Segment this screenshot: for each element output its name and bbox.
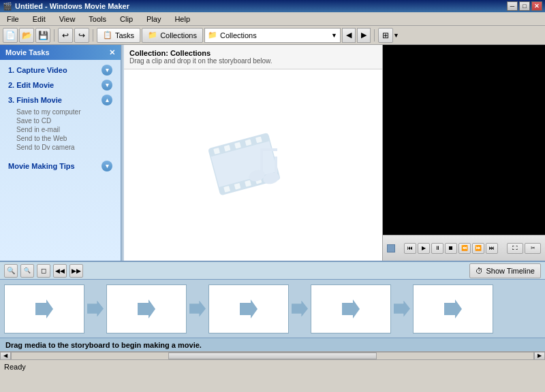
movie-tasks-panel: Movie Tasks ✕ 1. Capture Video ▾ 2. Edit…: [0, 45, 121, 261]
view-options-button[interactable]: ⊞: [378, 28, 393, 43]
svg-marker-21: [342, 299, 360, 318]
collection-subtitle: Drag a clip and drop it on the storyboar…: [129, 57, 377, 65]
scroll-left-button[interactable]: ◀: [0, 352, 11, 360]
redo-button[interactable]: ↪: [74, 28, 89, 43]
storyboard-cell-1[interactable]: [4, 284, 84, 333]
close-tasks-button[interactable]: ✕: [109, 48, 115, 57]
preview-stop-button[interactable]: ⏹: [445, 243, 457, 254]
save-button[interactable]: 💾: [35, 28, 50, 43]
view-dropdown-arrow-icon: ▼: [393, 32, 399, 39]
minimize-button[interactable]: ─: [507, 1, 518, 11]
menu-clip[interactable]: Clip: [116, 14, 137, 24]
collections-dropdown[interactable]: 📁 Collections ▼: [204, 28, 341, 43]
menu-edit[interactable]: Edit: [29, 14, 50, 24]
preview-controls-bar: ⏮ ▶ ⏸ ⏹ ⏪ ⏩ ⏭ ⛶ ✂: [383, 235, 545, 261]
nav-back-button[interactable]: ◀: [342, 28, 356, 43]
movie-making-tips-label: Movie Making Tips: [8, 162, 75, 170]
svg-marker-18: [35, 299, 53, 318]
storyboard-hint: Drag media to the storyboard to begin ma…: [0, 338, 545, 351]
storyboard-cell-3[interactable]: [208, 284, 289, 333]
svg-marker-20: [240, 299, 258, 318]
next-frame-button[interactable]: ▶▶: [69, 264, 83, 278]
save-to-computer-item[interactable]: Save to my computer: [14, 108, 115, 116]
cell-arrow-icon: [34, 299, 54, 319]
finish-movie-subitems: Save to my computer Save to CD Send in e…: [5, 108, 115, 152]
collection-header: Collection: Collections Drag a clip and …: [124, 45, 382, 69]
storyboard-cell-4[interactable]: [311, 284, 391, 333]
finish-movie-task[interactable]: 3. Finish Movie ▴: [5, 93, 115, 108]
undo-button[interactable]: ↩: [58, 28, 73, 43]
preview-rewind-button[interactable]: ⏪: [458, 243, 471, 254]
show-timeline-label: Show Timeline: [486, 267, 535, 275]
collections-label: Collections: [160, 31, 197, 39]
preview-screen: [383, 45, 545, 235]
preview-rewind-start-button[interactable]: ⏮: [404, 243, 416, 254]
send-to-web-item[interactable]: Send to the Web: [14, 134, 115, 143]
app-icon: 🎬: [3, 2, 12, 11]
finish-movie-label: 3. Finish Movie: [8, 96, 62, 104]
title-bar-left: 🎬 Untitled - Windows Movie Maker: [3, 2, 129, 11]
cell-arrow-icon: [136, 299, 157, 319]
send-email-item[interactable]: Send in e-mail: [14, 125, 115, 134]
menu-play[interactable]: Play: [142, 14, 165, 24]
main-area: Movie Tasks ✕ 1. Capture Video ▾ 2. Edit…: [0, 45, 545, 261]
menu-view[interactable]: View: [55, 14, 80, 24]
storyboard-hint-text: Drag media to the storyboard to begin ma…: [5, 341, 202, 349]
maximize-button[interactable]: □: [519, 1, 530, 11]
cell-arrow-icon: [443, 299, 463, 319]
window-title: Untitled - Windows Movie Maker: [15, 2, 129, 10]
cell-arrow-icon: [238, 299, 259, 319]
tips-section: Movie Making Tips ▾: [0, 154, 121, 178]
preview-forward-button[interactable]: ⏩: [472, 243, 484, 254]
scrollbar-track[interactable]: [11, 352, 534, 360]
new-button[interactable]: 📄: [3, 28, 18, 43]
tasks-tab-button[interactable]: 📋 Tasks: [97, 28, 140, 43]
collections-tab-button[interactable]: 📁 Collections: [142, 28, 203, 43]
nav-forward-button[interactable]: ▶: [357, 28, 371, 43]
collection-content: [124, 69, 382, 261]
preview-play-button[interactable]: ▶: [418, 243, 430, 254]
tasks-section: 1. Capture Video ▾ 2. Edit Movie ▾ 3. Fi…: [0, 60, 121, 154]
storyboard-cell-5[interactable]: [413, 284, 493, 333]
svg-marker-19: [138, 299, 155, 318]
edit-movie-task[interactable]: 2. Edit Movie ▾: [5, 78, 115, 93]
scrollbar-thumb[interactable]: [168, 353, 377, 359]
toolbar-separator-1: [54, 29, 54, 42]
storyboard-cell-2[interactable]: [106, 284, 187, 333]
storyboard-arrow-2: [189, 301, 206, 317]
storyboard-arrow-1: [87, 301, 104, 317]
close-button[interactable]: ✕: [531, 1, 542, 11]
preview-split-button[interactable]: ✂: [525, 243, 541, 254]
capture-video-chevron-icon: ▾: [102, 65, 112, 76]
zoom-in-button[interactable]: 🔍: [4, 264, 18, 278]
fit-button[interactable]: ◻: [37, 264, 50, 278]
capture-video-label: 1. Capture Video: [8, 66, 67, 74]
horizontal-scrollbar[interactable]: ◀ ▶: [0, 351, 545, 359]
menu-file[interactable]: File: [3, 14, 23, 24]
collection-placeholder-icon: [206, 121, 301, 210]
zoom-out-button[interactable]: 🔍: [20, 264, 34, 278]
preview-end-button[interactable]: ⏭: [486, 243, 498, 254]
preview-fullscreen-button[interactable]: ⛶: [507, 243, 523, 254]
scroll-right-button[interactable]: ▶: [534, 352, 545, 360]
prev-frame-button[interactable]: ◀◀: [53, 264, 67, 278]
preview-pause-button[interactable]: ⏸: [431, 243, 443, 254]
menu-tools[interactable]: Tools: [84, 14, 110, 24]
menu-help[interactable]: Help: [170, 14, 194, 24]
save-to-cd-item[interactable]: Save to CD: [14, 116, 115, 125]
show-timeline-button[interactable]: ⏱ Show Timeline: [469, 263, 541, 278]
dropdown-arrow-icon: ▼: [331, 32, 337, 39]
movie-making-tips-task[interactable]: Movie Making Tips ▾: [5, 159, 115, 174]
toolbar: 📄 📂 💾 ↩ ↪ 📋 Tasks 📁 Collections 📁 Collec…: [0, 26, 545, 45]
send-to-dv-item[interactable]: Send to Dv camera: [14, 143, 115, 152]
storyboard-toolbar: 🔍 🔍 ◻ ◀◀ ▶▶ ⏱ Show Timeline: [0, 261, 545, 280]
edit-movie-label: 2. Edit Movie: [8, 81, 54, 89]
collections-folder-icon: 📁: [148, 31, 157, 39]
capture-video-task[interactable]: 1. Capture Video ▾: [5, 63, 115, 78]
preview-panel: ⏮ ▶ ⏸ ⏹ ⏪ ⏩ ⏭ ⛶ ✂: [383, 45, 545, 261]
tips-chevron-icon: ▾: [102, 161, 112, 172]
open-button[interactable]: 📂: [19, 28, 34, 43]
toolbar-separator-2: [93, 29, 93, 42]
preview-extra-controls: ⛶ ✂: [507, 243, 541, 254]
title-bar: 🎬 Untitled - Windows Movie Maker ─ □ ✕: [0, 0, 545, 12]
